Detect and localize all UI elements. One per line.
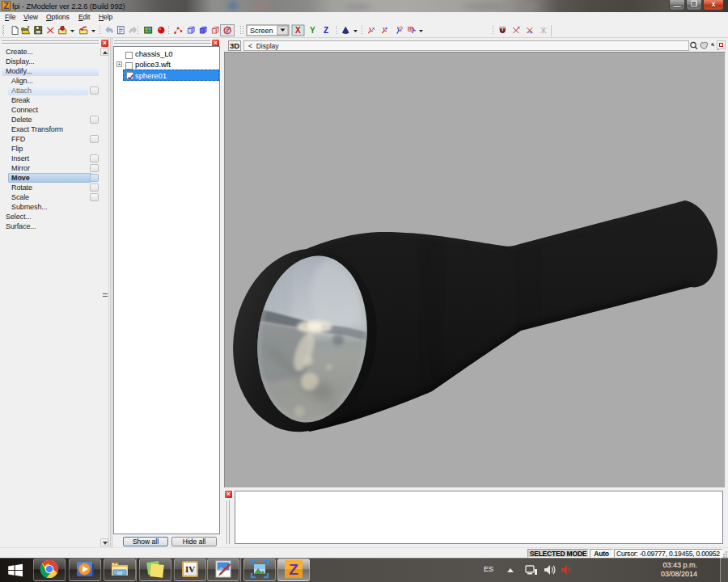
- svg-text:Y: Y: [310, 26, 315, 35]
- svg-text:X: X: [295, 26, 301, 35]
- svg-text:Z: Z: [324, 26, 328, 35]
- svg-text:IV: IV: [185, 564, 195, 574]
- svg-text:Z: Z: [289, 561, 298, 578]
- svg-text:Screen: Screen: [250, 27, 273, 35]
